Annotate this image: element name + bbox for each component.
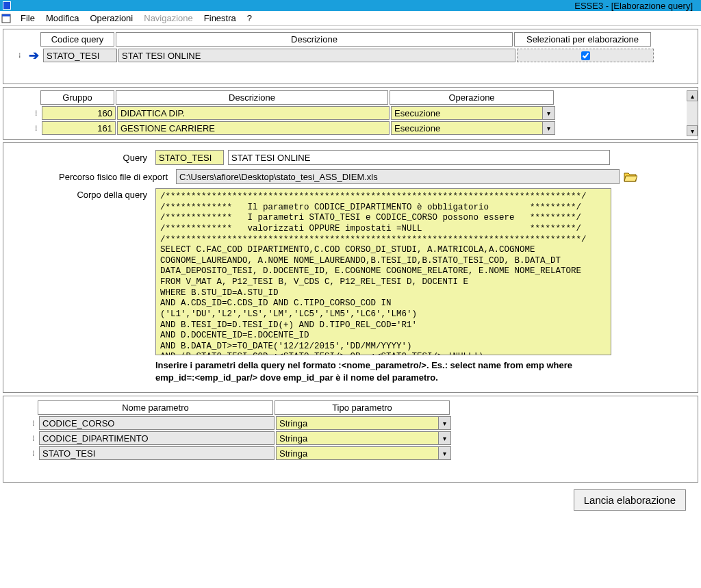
cell-param-type[interactable]: Stringa ▾ bbox=[276, 431, 451, 445]
row-handle[interactable]: ⁞ bbox=[16, 51, 24, 60]
row-handle[interactable]: ⁞ bbox=[32, 109, 40, 118]
label-query: Query bbox=[14, 153, 151, 163]
group-row: ⁞ 161 GESTIONE CARRIERE Esecuzione ▾ bbox=[32, 121, 683, 135]
query-hint: Inserire i parametri della query nel for… bbox=[155, 355, 611, 384]
group-grid-section: Gruppo Descrizione Operazione ⁞ 160 DIDA… bbox=[3, 87, 698, 140]
titlebar: ESSE3 - [Elaborazione query] bbox=[0, 0, 701, 11]
operazione-dropdown-btn[interactable]: ▾ bbox=[543, 106, 555, 120]
group-scrollbar[interactable]: ▴ ▾ bbox=[687, 90, 698, 136]
cell-gruppo[interactable]: 161 bbox=[42, 121, 116, 135]
header-param-name: Nome parametro bbox=[38, 400, 273, 415]
query-form-section: Query Percorso fisico file di export Cor… bbox=[3, 142, 698, 393]
header-selezionati: Selezionati per elaborazione bbox=[514, 32, 651, 47]
scroll-up-btn[interactable]: ▴ bbox=[687, 90, 698, 101]
header-gruppo: Gruppo bbox=[40, 90, 114, 105]
menu-modifica[interactable]: Modifica bbox=[40, 12, 84, 25]
cell-operazione[interactable]: Esecuzione ▾ bbox=[391, 121, 555, 135]
scroll-down-btn[interactable]: ▾ bbox=[687, 125, 698, 136]
cell-codice-query[interactable]: STATO_TESI bbox=[43, 49, 117, 62]
svg-rect-1 bbox=[2, 14, 10, 16]
menu-operazioni[interactable]: Operazioni bbox=[84, 12, 138, 25]
param-row: ⁞ STATO_TESI Stringa ▾ bbox=[29, 446, 691, 460]
header-operazione: Operazione bbox=[390, 90, 554, 105]
cell-descrizione[interactable]: STAT TESI ONLINE bbox=[118, 49, 515, 62]
cell-param-type[interactable]: Stringa ▾ bbox=[276, 416, 451, 430]
cell-gr-desc[interactable]: DIDATTICA DIP. bbox=[117, 106, 390, 120]
param-type-dropdown-btn[interactable]: ▾ bbox=[439, 416, 451, 430]
row-handle[interactable]: ⁞ bbox=[29, 449, 38, 458]
header-descrizione: Descrizione bbox=[116, 32, 513, 47]
operazione-dropdown-btn[interactable]: ▾ bbox=[543, 121, 555, 135]
param-type-value: Stringa bbox=[276, 431, 439, 445]
operazione-value: Esecuzione bbox=[391, 106, 543, 120]
scroll-track[interactable] bbox=[687, 101, 698, 125]
lancia-elaborazione-button[interactable]: Lancia elaborazione bbox=[574, 489, 686, 511]
group-row: ⁞ 160 DIDATTICA DIP. Esecuzione ▾ bbox=[32, 106, 683, 120]
form-icon bbox=[1, 14, 11, 23]
param-type-dropdown-btn[interactable]: ▾ bbox=[439, 431, 451, 445]
row-handle[interactable]: ⁞ bbox=[29, 434, 38, 443]
param-type-dropdown-btn[interactable]: ▾ bbox=[439, 446, 451, 460]
input-export-path[interactable] bbox=[176, 169, 620, 184]
param-type-value: Stringa bbox=[276, 416, 439, 430]
header-codice-query: Codice query bbox=[40, 32, 114, 47]
params-section: Nome parametro Tipo parametro ⁞ CODICE_C… bbox=[3, 396, 698, 483]
cell-operazione[interactable]: Esecuzione ▾ bbox=[391, 106, 555, 120]
menubar: File Modifica Operazioni Navigazione Fin… bbox=[0, 11, 701, 26]
cell-param-name[interactable]: CODICE_CORSO bbox=[39, 416, 275, 430]
cell-param-name[interactable]: STATO_TESI bbox=[39, 446, 275, 460]
input-query-code[interactable] bbox=[155, 150, 224, 165]
cell-param-name[interactable]: CODICE_DIPARTIMENTO bbox=[39, 431, 275, 445]
menu-help[interactable]: ? bbox=[242, 12, 257, 25]
label-export: Percorso fisico file di export bbox=[14, 172, 172, 182]
current-row-arrow-icon: ➔ bbox=[25, 48, 42, 63]
row-handle[interactable]: ⁞ bbox=[29, 419, 38, 428]
operazione-value: Esecuzione bbox=[391, 121, 543, 135]
query-body-textarea[interactable]: /***************************************… bbox=[155, 188, 611, 355]
window-title: ESSE3 - [Elaborazione query] bbox=[574, 1, 698, 11]
selezionati-checkbox[interactable] bbox=[581, 51, 590, 60]
cell-gruppo[interactable]: 160 bbox=[42, 106, 116, 120]
header-gr-desc: Descrizione bbox=[116, 90, 388, 105]
header-param-type: Tipo parametro bbox=[275, 400, 450, 415]
menu-navigazione[interactable]: Navigazione bbox=[138, 12, 199, 25]
row-handle[interactable]: ⁞ bbox=[32, 124, 40, 133]
label-body: Corpo della query bbox=[14, 188, 151, 200]
input-query-desc[interactable] bbox=[228, 150, 610, 165]
param-row: ⁞ CODICE_DIPARTIMENTO Stringa ▾ bbox=[29, 431, 691, 445]
menu-finestra[interactable]: Finestra bbox=[199, 12, 242, 25]
query-grid-section: Codice query Descrizione Selezionati per… bbox=[3, 29, 698, 84]
cell-param-type[interactable]: Stringa ▾ bbox=[276, 446, 451, 460]
app-icon bbox=[3, 1, 11, 10]
folder-open-icon[interactable] bbox=[624, 170, 637, 183]
param-row: ⁞ CODICE_CORSO Stringa ▾ bbox=[29, 416, 691, 430]
cell-gr-desc[interactable]: GESTIONE CARRIERE bbox=[117, 121, 390, 135]
menu-file[interactable]: File bbox=[15, 12, 40, 25]
param-type-value: Stringa bbox=[276, 446, 439, 460]
cell-selezionati[interactable] bbox=[517, 49, 654, 62]
